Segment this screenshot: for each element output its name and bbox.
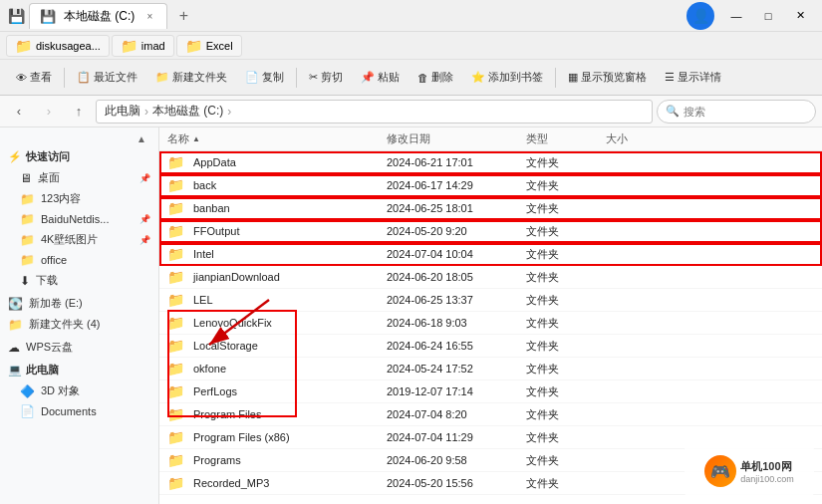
file-list-header: 名称 ▲ 修改日期 类型 大小 <box>159 127 822 151</box>
recent-files-button[interactable]: 📋 最近文件 <box>69 67 145 88</box>
bookmark-label: 添加到书签 <box>488 70 543 85</box>
search-bar[interactable]: 🔍 <box>657 100 816 124</box>
table-row[interactable]: 📁 okfone 2024-05-24 17:52 文件夹 <box>159 358 822 380</box>
table-row[interactable]: 📁 PerfLogs 2019-12-07 17:14 文件夹 <box>159 380 822 403</box>
breadcrumb-thispc: 此电脑 <box>105 103 140 120</box>
file-name-cell: 📁 banban <box>167 200 387 216</box>
sidebar-item-wps-cloud[interactable]: ☁ WPS云盘 <box>0 337 158 358</box>
cut-button[interactable]: ✂ 剪切 <box>301 67 351 88</box>
breadcrumb-sep: › <box>144 105 148 119</box>
paste-icon: 📌 <box>361 71 375 84</box>
table-row[interactable]: 📁 Program Files 2024-07-04 8:20 文件夹 <box>159 403 822 426</box>
this-pc-icon: 💻 <box>8 364 22 377</box>
desktop-label: 桌面 <box>38 170 60 185</box>
file-name-cell: 📁 Programs <box>167 452 387 468</box>
close-button[interactable]: ✕ <box>786 6 814 26</box>
file-name: LocalStorage <box>193 340 258 352</box>
preview-button[interactable]: ▦ 显示预览窗格 <box>560 67 655 88</box>
sidebar-item-newvol-e[interactable]: 💽 新加卷 (E:) <box>0 293 158 314</box>
tab-close-button[interactable]: × <box>142 9 156 23</box>
file-name-cell: 📁 FFOutput <box>167 223 387 239</box>
details-button[interactable]: ☰ 显示详情 <box>657 67 729 88</box>
quick-toolbar: 📁 diskusagea... 📁 imad 📁 Excel <box>0 32 822 60</box>
ribbon-separator-2 <box>296 68 297 88</box>
folder-icon: 📁 <box>20 253 35 267</box>
sidebar-item-documents[interactable]: 📄 Documents <box>0 401 158 421</box>
table-row[interactable]: 📁 banban 2024-06-25 18:01 文件夹 <box>159 197 822 220</box>
file-name: Intel <box>193 248 214 260</box>
user-icon[interactable]: 👤 <box>686 2 714 30</box>
sidebar-section-header-quick-access[interactable]: ⚡ 快速访问 <box>0 146 158 167</box>
sidebar-item-desktop[interactable]: 🖥 桌面 📌 <box>0 167 158 188</box>
file-type: 文件夹 <box>526 407 606 422</box>
file-type: 文件夹 <box>526 362 606 377</box>
table-row[interactable]: 📁 Intel 2024-07-04 10:04 文件夹 <box>159 243 822 266</box>
minimize-button[interactable]: — <box>722 6 750 26</box>
window-controls: — □ ✕ <box>722 6 814 26</box>
sidebar-item-123content[interactable]: 📁 123内容 <box>0 188 158 209</box>
bookmark-button[interactable]: ⭐ 添加到书签 <box>463 67 551 88</box>
copy-button[interactable]: 📄 复制 <box>237 67 292 88</box>
documents-icon: 📄 <box>20 404 35 418</box>
active-tab[interactable]: 💾 本地磁盘 (C:) × <box>29 3 167 29</box>
delete-icon: 🗑 <box>417 72 428 84</box>
col-header-type[interactable]: 类型 <box>526 131 606 146</box>
maximize-button[interactable]: □ <box>754 6 782 26</box>
file-date: 2024-05-20 15:56 <box>387 477 526 489</box>
table-row[interactable]: 📁 AppData 2024-06-21 17:01 文件夹 <box>159 151 822 174</box>
file-date: 2024-07-04 11:29 <box>387 431 526 443</box>
file-date: 2019-12-07 17:14 <box>387 385 526 397</box>
table-row[interactable]: 📁 jianpianDownload 2024-06-20 18:05 文件夹 <box>159 266 822 289</box>
pinned-folder-imad[interactable]: 📁 imad <box>112 35 174 57</box>
col-header-size[interactable]: 大小 <box>606 131 685 146</box>
sidebar-section-quick-access: ⚡ 快速访问 🖥 桌面 📌 📁 123内容 📁 BaiduNetdis... 📌… <box>0 146 158 291</box>
3d-objects-label: 3D 对象 <box>41 383 80 398</box>
folder-icon: 📁 <box>20 212 35 226</box>
search-input[interactable] <box>684 106 821 118</box>
watermark-site: 单机100网 <box>740 459 794 474</box>
breadcrumb-drive: 本地磁盘 (C:) <box>152 103 223 120</box>
col-header-date[interactable]: 修改日期 <box>387 131 526 146</box>
pinned-folder-label: diskusagea... <box>36 40 101 52</box>
up-button[interactable]: ↑ <box>66 99 92 125</box>
pinned-folder-diskusage[interactable]: 📁 diskusagea... <box>6 35 110 57</box>
col-date-label: 修改日期 <box>387 132 430 144</box>
table-row[interactable]: 📁 back 2024-06-17 14:29 文件夹 <box>159 174 822 197</box>
sidebar-item-office[interactable]: 📁 office <box>0 250 158 270</box>
view-button[interactable]: 👁 查看 <box>8 67 60 88</box>
back-button[interactable]: ‹ <box>6 99 32 125</box>
file-type: 文件夹 <box>526 453 606 468</box>
file-name-cell: 📁 jianpianDownload <box>167 269 387 285</box>
table-row[interactable]: 📁 LocalStorage 2024-06-24 16:55 文件夹 <box>159 335 822 358</box>
table-row[interactable]: 📁 LEL 2024-06-25 13:37 文件夹 <box>159 289 822 312</box>
sidebar-item-baidunetdisk[interactable]: 📁 BaiduNetdis... 📌 <box>0 209 158 229</box>
sidebar-section-header-this-pc[interactable]: 💻 此电脑 <box>0 360 158 380</box>
forward-button[interactable]: › <box>36 99 62 125</box>
new-tab-button[interactable]: + <box>171 4 195 28</box>
file-date: 2024-06-25 18:01 <box>387 202 526 214</box>
paste-label: 粘贴 <box>378 70 400 85</box>
sidebar-item-download[interactable]: ⬇ 下载 <box>0 270 158 291</box>
table-row[interactable]: 📁 LenovoQuickFix 2024-06-18 9:03 文件夹 <box>159 312 822 335</box>
table-row[interactable]: 📁 FFOutput 2024-05-20 9:20 文件夹 <box>159 220 822 243</box>
preview-label: 显示预览窗格 <box>581 70 647 85</box>
pinned-folder-excel[interactable]: 📁 Excel <box>176 35 242 57</box>
this-pc-label: 此电脑 <box>26 363 59 378</box>
file-name-cell: 📁 LenovoQuickFix <box>167 315 387 331</box>
folder-icon: 📁 <box>167 338 184 354</box>
download-label: 下载 <box>36 273 58 288</box>
folder-icon: 📁 <box>8 318 23 332</box>
folder-icon: 📁 <box>167 475 184 491</box>
copy-icon: 📄 <box>245 71 259 84</box>
123content-label: 123内容 <box>41 191 81 206</box>
new-folder-button[interactable]: 📁 新建文件夹 <box>147 67 235 88</box>
delete-button[interactable]: 🗑 删除 <box>410 67 461 88</box>
file-name: Program Files <box>193 408 261 420</box>
col-header-name[interactable]: 名称 ▲ <box>167 131 387 146</box>
sidebar-item-3d-objects[interactable]: 🔷 3D 对象 <box>0 380 158 401</box>
breadcrumb[interactable]: 此电脑 › 本地磁盘 (C:) › <box>96 100 653 124</box>
file-name: okfone <box>193 363 226 375</box>
paste-button[interactable]: 📌 粘贴 <box>353 67 408 88</box>
sidebar-item-newfolder4[interactable]: 📁 新建文件夹 (4) <box>0 314 158 335</box>
sidebar-item-4kwallpaper[interactable]: 📁 4K壁纸图片 📌 <box>0 229 158 250</box>
